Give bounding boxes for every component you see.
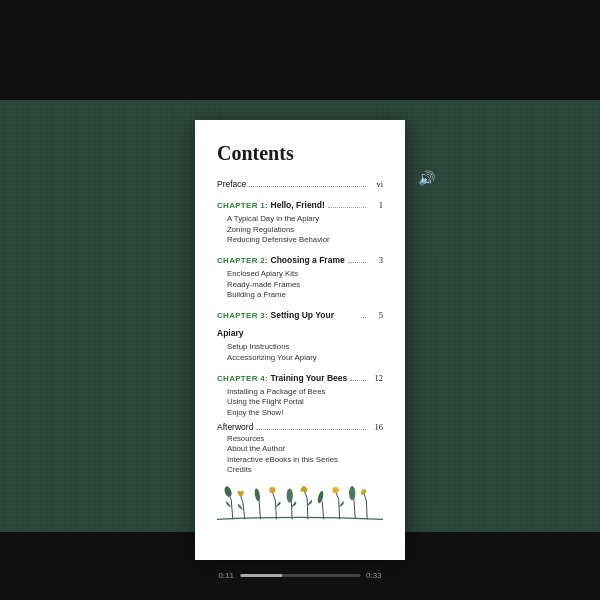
- ch4-sub1: Installing a Package of Bees: [217, 387, 383, 396]
- ch3-sub2: Accessorizing Your Apiary: [217, 353, 383, 362]
- preface-section: Preface vi: [217, 179, 383, 189]
- ch1-sub2: Zoning Regulations: [217, 225, 383, 234]
- progress-total: 0:33: [366, 571, 382, 580]
- svg-point-30: [361, 492, 364, 495]
- ch3-sub1: Setup Instructions: [217, 342, 383, 351]
- svg-point-2: [223, 485, 233, 498]
- chapter1-section: CHAPTER 1: Hello, Friend! 1 A Typical Da…: [217, 194, 383, 244]
- speaker-icon: 🔊: [418, 170, 435, 187]
- svg-point-26: [349, 486, 355, 500]
- afterword-sub3: Interactive eBooks in this Series: [217, 455, 383, 464]
- svg-point-9: [254, 488, 261, 501]
- ch3-page: 5: [373, 310, 383, 320]
- preface-label: Preface: [217, 179, 246, 189]
- svg-line-28: [364, 493, 366, 501]
- dots: [361, 317, 366, 318]
- ch1-sub1: A Typical Day in the Apiary: [217, 214, 383, 223]
- ch2-title: Choosing a Frame: [271, 255, 345, 265]
- ch2-sub2: Ready-made Frames: [217, 280, 383, 289]
- ch1-title: Hello, Friend!: [271, 200, 325, 210]
- svg-point-12: [269, 487, 275, 493]
- chapter2-section: CHAPTER 2: Choosing a Frame 3 Enclosed A…: [217, 249, 383, 299]
- ch4-title: Training Your Bees: [271, 373, 348, 383]
- dots: [350, 380, 366, 381]
- svg-line-27: [366, 501, 367, 519]
- afterword-sub2: About the Author: [217, 444, 383, 453]
- afterword-label: Afterword: [217, 422, 253, 432]
- progress-current: 0:11: [218, 571, 234, 580]
- page-title: Contents: [217, 142, 383, 165]
- ch2-sub1: Enclosed Apiary Kits: [217, 269, 383, 278]
- svg-line-8: [259, 498, 261, 519]
- preface-page: vi: [373, 179, 383, 189]
- svg-line-25: [354, 498, 356, 519]
- svg-line-0: [231, 500, 233, 520]
- ch4-sub3: Enjoy the Show!: [217, 408, 383, 417]
- flower-decoration: [217, 479, 383, 524]
- ch1-sub3: Reducing Defensive Behavior: [217, 235, 383, 244]
- afterword-sub1: Resources: [217, 434, 383, 443]
- ch1-label: CHAPTER 1:: [217, 201, 271, 210]
- dots: [256, 429, 366, 430]
- afterword-page: 16: [373, 422, 383, 432]
- svg-line-15: [307, 498, 308, 519]
- svg-point-7: [241, 491, 244, 494]
- ch4-sub2: Using the Flight Portal: [217, 397, 383, 406]
- svg-line-20: [322, 501, 324, 519]
- ch3-label: CHAPTER 3:: [217, 311, 271, 320]
- ch4-page: 12: [373, 373, 383, 383]
- contents-page: 🔊 Contents Preface vi CHAPTER 1: Hello, …: [195, 120, 405, 560]
- chapter3-section: CHAPTER 3: Setting Up Your Apiary 5 Setu…: [217, 304, 383, 362]
- ch1-page: 1: [373, 200, 383, 210]
- dots: [348, 262, 366, 263]
- dots: [328, 207, 366, 208]
- ch2-page: 3: [373, 255, 383, 265]
- ch2-sub3: Building a Frame: [217, 290, 383, 299]
- svg-line-13: [291, 500, 292, 520]
- svg-point-24: [332, 487, 338, 493]
- svg-point-19: [304, 488, 308, 492]
- ch4-label: CHAPTER 4:: [217, 374, 271, 383]
- progress-bar-fill: [240, 574, 282, 577]
- svg-line-10: [275, 501, 276, 519]
- svg-line-4: [241, 496, 243, 504]
- afterword-sub4: Credits: [217, 465, 383, 474]
- afterword-section: Afterword 16 Resources About the Author …: [217, 422, 383, 475]
- svg-point-14: [287, 488, 293, 502]
- svg-line-22: [339, 500, 340, 520]
- chapter4-section: CHAPTER 4: Training Your Bees 12 Install…: [217, 367, 383, 417]
- svg-point-6: [238, 491, 241, 494]
- progress-bar-bg[interactable]: [240, 574, 360, 577]
- dots: [249, 186, 366, 187]
- svg-line-3: [243, 503, 245, 519]
- svg-point-21: [317, 490, 325, 503]
- ch2-label: CHAPTER 2:: [217, 256, 271, 265]
